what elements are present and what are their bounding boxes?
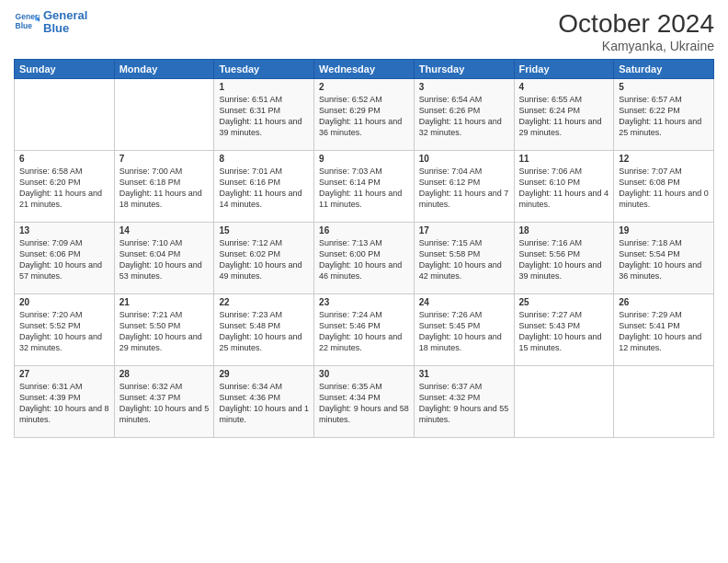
calendar-week-row: 6Sunrise: 6:58 AMSunset: 6:20 PMDaylight… <box>15 151 714 223</box>
cell-info: Sunrise: 7:23 AMSunset: 5:48 PMDaylight:… <box>219 309 309 354</box>
calendar-cell: 26Sunrise: 7:29 AMSunset: 5:41 PMDayligh… <box>614 294 714 366</box>
cell-info: Sunrise: 7:21 AMSunset: 5:50 PMDaylight:… <box>119 309 210 354</box>
calendar-cell: 10Sunrise: 7:04 AMSunset: 6:12 PMDayligh… <box>414 151 514 223</box>
calendar-cell: 28Sunrise: 6:32 AMSunset: 4:37 PMDayligh… <box>114 366 214 438</box>
cell-info: Sunrise: 6:37 AMSunset: 4:32 PMDaylight:… <box>419 381 509 426</box>
cell-day-number: 17 <box>419 225 509 236</box>
calendar-cell: 8Sunrise: 7:01 AMSunset: 6:16 PMDaylight… <box>214 151 314 223</box>
calendar-week-row: 20Sunrise: 7:20 AMSunset: 5:52 PMDayligh… <box>15 294 714 366</box>
cell-day-number: 28 <box>119 369 210 379</box>
cell-day-number: 27 <box>19 369 109 379</box>
cell-info: Sunrise: 6:31 AMSunset: 4:39 PMDaylight:… <box>19 381 109 426</box>
calendar-cell: 22Sunrise: 7:23 AMSunset: 5:48 PMDayligh… <box>214 294 314 366</box>
cell-day-number: 18 <box>519 225 609 236</box>
cell-info: Sunrise: 6:51 AMSunset: 6:31 PMDaylight:… <box>219 94 309 139</box>
calendar-week-row: 1Sunrise: 6:51 AMSunset: 6:31 PMDaylight… <box>15 79 714 151</box>
calendar-cell: 25Sunrise: 7:27 AMSunset: 5:43 PMDayligh… <box>514 294 614 366</box>
cell-info: Sunrise: 7:29 AMSunset: 5:41 PMDaylight:… <box>619 309 709 354</box>
page-header: General Blue GeneralBlue October 2024 Ka… <box>14 9 714 53</box>
calendar-cell: 15Sunrise: 7:12 AMSunset: 6:02 PMDayligh… <box>214 223 314 294</box>
calendar-cell: 5Sunrise: 6:57 AMSunset: 6:22 PMDaylight… <box>614 79 714 151</box>
cell-info: Sunrise: 7:00 AMSunset: 6:18 PMDaylight:… <box>119 166 210 211</box>
logo-icon: General Blue <box>14 9 40 35</box>
calendar-cell: 13Sunrise: 7:09 AMSunset: 6:06 PMDayligh… <box>15 223 115 294</box>
calendar-cell: 24Sunrise: 7:26 AMSunset: 5:45 PMDayligh… <box>414 294 514 366</box>
cell-day-number: 13 <box>19 225 109 236</box>
cell-day-number: 24 <box>419 297 509 307</box>
calendar-cell: 12Sunrise: 7:07 AMSunset: 6:08 PMDayligh… <box>614 151 714 223</box>
cell-day-number: 10 <box>419 154 509 164</box>
cell-day-number: 20 <box>19 297 109 307</box>
cell-info: Sunrise: 7:03 AMSunset: 6:14 PMDaylight:… <box>319 166 409 211</box>
day-header-friday: Friday <box>514 60 614 79</box>
calendar-cell: 9Sunrise: 7:03 AMSunset: 6:14 PMDaylight… <box>314 151 415 223</box>
calendar-header-row: SundayMondayTuesdayWednesdayThursdayFrid… <box>15 60 714 79</box>
calendar-cell: 29Sunrise: 6:34 AMSunset: 4:36 PMDayligh… <box>214 366 314 438</box>
cell-info: Sunrise: 7:13 AMSunset: 6:00 PMDaylight:… <box>319 237 409 282</box>
calendar-cell: 18Sunrise: 7:16 AMSunset: 5:56 PMDayligh… <box>514 223 614 294</box>
cell-day-number: 11 <box>519 154 609 164</box>
cell-day-number: 8 <box>219 154 309 164</box>
cell-day-number: 6 <box>19 154 109 164</box>
cell-day-number: 25 <box>519 297 609 307</box>
logo-text: GeneralBlue <box>43 9 87 36</box>
cell-info: Sunrise: 6:58 AMSunset: 6:20 PMDaylight:… <box>19 166 109 211</box>
calendar-cell: 19Sunrise: 7:18 AMSunset: 5:54 PMDayligh… <box>614 223 714 294</box>
calendar-cell: 27Sunrise: 6:31 AMSunset: 4:39 PMDayligh… <box>15 366 115 438</box>
cell-day-number: 16 <box>319 225 409 236</box>
calendar-cell: 4Sunrise: 6:55 AMSunset: 6:24 PMDaylight… <box>514 79 614 151</box>
cell-info: Sunrise: 6:35 AMSunset: 4:34 PMDaylight:… <box>319 381 409 426</box>
location: Kamyanka, Ukraine <box>558 39 714 53</box>
calendar-cell: 1Sunrise: 6:51 AMSunset: 6:31 PMDaylight… <box>214 79 314 151</box>
calendar-cell: 23Sunrise: 7:24 AMSunset: 5:46 PMDayligh… <box>314 294 415 366</box>
calendar-cell <box>114 79 214 151</box>
cell-day-number: 5 <box>619 82 709 92</box>
cell-day-number: 9 <box>319 154 409 164</box>
title-block: October 2024 Kamyanka, Ukraine <box>558 9 714 53</box>
day-header-wednesday: Wednesday <box>314 60 415 79</box>
cell-info: Sunrise: 7:04 AMSunset: 6:12 PMDaylight:… <box>419 166 509 211</box>
day-header-saturday: Saturday <box>614 60 714 79</box>
calendar-cell: 3Sunrise: 6:54 AMSunset: 6:26 PMDaylight… <box>414 79 514 151</box>
calendar-cell: 16Sunrise: 7:13 AMSunset: 6:00 PMDayligh… <box>314 223 415 294</box>
day-header-thursday: Thursday <box>414 60 514 79</box>
cell-day-number: 2 <box>319 82 409 92</box>
day-header-monday: Monday <box>114 60 214 79</box>
cell-day-number: 1 <box>219 82 309 92</box>
cell-day-number: 23 <box>319 297 409 307</box>
cell-day-number: 12 <box>619 154 709 164</box>
cell-info: Sunrise: 7:16 AMSunset: 5:56 PMDaylight:… <box>519 237 609 282</box>
calendar-cell: 30Sunrise: 6:35 AMSunset: 4:34 PMDayligh… <box>314 366 415 438</box>
calendar-cell: 7Sunrise: 7:00 AMSunset: 6:18 PMDaylight… <box>114 151 214 223</box>
calendar-table: SundayMondayTuesdayWednesdayThursdayFrid… <box>14 59 714 438</box>
day-header-sunday: Sunday <box>15 60 115 79</box>
cell-day-number: 30 <box>319 369 409 379</box>
calendar-cell <box>15 79 115 151</box>
cell-info: Sunrise: 7:18 AMSunset: 5:54 PMDaylight:… <box>619 237 709 282</box>
svg-text:Blue: Blue <box>16 21 33 30</box>
cell-info: Sunrise: 6:32 AMSunset: 4:37 PMDaylight:… <box>119 381 210 426</box>
cell-day-number: 19 <box>619 225 709 236</box>
cell-info: Sunrise: 6:55 AMSunset: 6:24 PMDaylight:… <box>519 94 609 139</box>
cell-day-number: 21 <box>119 297 210 307</box>
calendar-cell: 14Sunrise: 7:10 AMSunset: 6:04 PMDayligh… <box>114 223 214 294</box>
calendar-cell: 20Sunrise: 7:20 AMSunset: 5:52 PMDayligh… <box>15 294 115 366</box>
cell-info: Sunrise: 7:26 AMSunset: 5:45 PMDaylight:… <box>419 309 509 354</box>
cell-info: Sunrise: 7:01 AMSunset: 6:16 PMDaylight:… <box>219 166 309 211</box>
calendar-cell: 2Sunrise: 6:52 AMSunset: 6:29 PMDaylight… <box>314 79 415 151</box>
cell-info: Sunrise: 6:34 AMSunset: 4:36 PMDaylight:… <box>219 381 309 426</box>
cell-day-number: 4 <box>519 82 609 92</box>
calendar-week-row: 13Sunrise: 7:09 AMSunset: 6:06 PMDayligh… <box>15 223 714 294</box>
cell-day-number: 26 <box>619 297 709 307</box>
cell-info: Sunrise: 6:52 AMSunset: 6:29 PMDaylight:… <box>319 94 409 139</box>
cell-info: Sunrise: 7:10 AMSunset: 6:04 PMDaylight:… <box>119 237 210 282</box>
calendar-cell: 17Sunrise: 7:15 AMSunset: 5:58 PMDayligh… <box>414 223 514 294</box>
logo: General Blue GeneralBlue <box>14 9 87 36</box>
cell-info: Sunrise: 7:06 AMSunset: 6:10 PMDaylight:… <box>519 166 609 211</box>
cell-day-number: 29 <box>219 369 309 379</box>
cell-info: Sunrise: 7:15 AMSunset: 5:58 PMDaylight:… <box>419 237 509 282</box>
cell-info: Sunrise: 7:24 AMSunset: 5:46 PMDaylight:… <box>319 309 409 354</box>
cell-day-number: 14 <box>119 225 210 236</box>
cell-info: Sunrise: 7:27 AMSunset: 5:43 PMDaylight:… <box>519 309 609 354</box>
calendar-cell: 6Sunrise: 6:58 AMSunset: 6:20 PMDaylight… <box>15 151 115 223</box>
